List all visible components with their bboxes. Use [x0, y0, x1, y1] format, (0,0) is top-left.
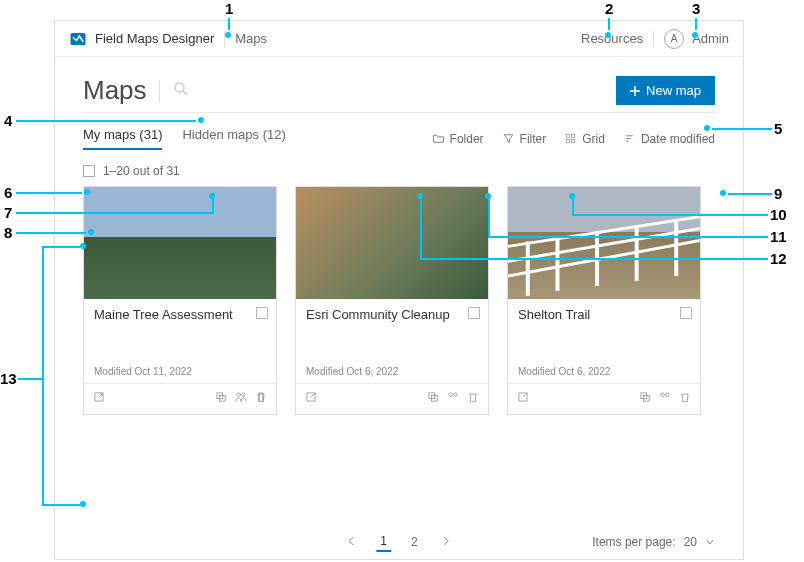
- svg-rect-4: [572, 134, 575, 137]
- delete-button[interactable]: [678, 390, 692, 408]
- annotation-1: 1: [225, 0, 233, 17]
- ipp-label: Items per page:: [592, 535, 675, 549]
- copy-icon: [214, 390, 228, 404]
- pagination: 1 2 Items per page: 20: [55, 525, 743, 559]
- tabs-row: My maps (31) Hidden maps (12) Folder Fil…: [55, 113, 743, 150]
- svg-line-2: [183, 91, 187, 95]
- grid-tool[interactable]: Grid: [564, 132, 605, 146]
- tab-my-maps[interactable]: My maps (31): [83, 127, 162, 150]
- brand-label: Field Maps Designer: [95, 31, 214, 46]
- annotation-13: 13: [0, 370, 17, 387]
- card-modified: Modified Oct 11, 2022: [94, 366, 266, 377]
- svg-point-10: [242, 393, 246, 397]
- people-icon: [658, 390, 672, 404]
- folder-tool[interactable]: Folder: [432, 132, 484, 146]
- avatar[interactable]: A: [664, 29, 684, 49]
- brand[interactable]: Field Maps Designer: [69, 30, 214, 48]
- next-page-button[interactable]: [438, 533, 456, 551]
- chevron-down-icon: [705, 537, 715, 547]
- svg-point-17: [661, 393, 665, 397]
- annotation-5: 5: [774, 120, 782, 137]
- annotation-11: 11: [770, 228, 787, 245]
- share-button[interactable]: [658, 390, 672, 408]
- annotation-4: 4: [4, 112, 12, 129]
- filter-label: Filter: [520, 132, 547, 146]
- tab-hidden-maps[interactable]: Hidden maps (12): [182, 127, 285, 150]
- header-right: Resources A Admin: [581, 29, 729, 49]
- annotation-12: 12: [770, 250, 787, 267]
- open-button[interactable]: [516, 390, 530, 408]
- copy-button[interactable]: [214, 390, 228, 408]
- annotation-8: 8: [4, 224, 12, 241]
- card-title: Maine Tree Assessment: [94, 307, 266, 322]
- search-button[interactable]: [172, 80, 190, 102]
- map-card[interactable]: Maine Tree Assessment Modified Oct 11, 2…: [83, 186, 277, 415]
- card-thumbnail: [296, 187, 488, 299]
- ipp-value: 20: [684, 535, 697, 549]
- separator: [653, 31, 654, 47]
- select-all-checkbox[interactable]: [83, 165, 95, 177]
- page-2[interactable]: 2: [407, 533, 422, 551]
- prev-page-button[interactable]: [342, 533, 360, 551]
- plus-icon: [630, 86, 640, 96]
- resources-link[interactable]: Resources: [581, 31, 643, 46]
- chevron-right-icon: [442, 536, 452, 546]
- svg-rect-16: [643, 395, 649, 401]
- delete-button[interactable]: [254, 390, 268, 408]
- annotation-3: 3: [692, 0, 700, 17]
- card-checkbox[interactable]: [468, 307, 480, 319]
- page-1[interactable]: 1: [376, 532, 391, 552]
- map-card[interactable]: Shelton Trail Modified Oct 6, 2022: [507, 186, 701, 415]
- svg-rect-7: [217, 393, 223, 399]
- svg-rect-5: [566, 140, 569, 143]
- open-icon: [516, 390, 530, 404]
- svg-point-14: [454, 393, 458, 397]
- map-card[interactable]: Esri Community Cleanup Modified Oct 6, 2…: [295, 186, 489, 415]
- header-maps-link[interactable]: Maps: [235, 31, 267, 46]
- share-button[interactable]: [446, 390, 460, 408]
- count-text: 1–20 out of 31: [103, 164, 180, 178]
- app-panel: Field Maps Designer Maps Resources A Adm…: [54, 20, 744, 560]
- open-icon: [304, 390, 318, 404]
- sort-icon: [623, 132, 636, 145]
- card-footer: [296, 383, 488, 414]
- share-button[interactable]: [234, 390, 248, 408]
- card-title: Shelton Trail: [518, 307, 690, 322]
- items-per-page[interactable]: Items per page: 20: [592, 535, 715, 549]
- card-checkbox[interactable]: [680, 307, 692, 319]
- copy-button[interactable]: [638, 390, 652, 408]
- delete-button[interactable]: [466, 390, 480, 408]
- copy-icon: [638, 390, 652, 404]
- card-footer: [84, 383, 276, 414]
- chevron-left-icon: [346, 536, 356, 546]
- filter-tool[interactable]: Filter: [502, 132, 547, 146]
- sort-tool[interactable]: Date modified: [623, 132, 715, 146]
- people-icon: [446, 390, 460, 404]
- annotation-2: 2: [605, 0, 613, 17]
- copy-icon: [426, 390, 440, 404]
- svg-point-1: [175, 83, 184, 92]
- new-map-button[interactable]: New map: [616, 76, 715, 105]
- avatar-initial: A: [671, 33, 678, 44]
- page-list: 1 2: [342, 532, 455, 552]
- card-checkbox[interactable]: [256, 307, 268, 319]
- count-row: 1–20 out of 31: [55, 150, 743, 186]
- card-title: Esri Community Cleanup: [306, 307, 478, 322]
- trash-icon: [466, 390, 480, 404]
- page-title: Maps: [83, 75, 147, 106]
- new-map-label: New map: [646, 83, 701, 98]
- svg-rect-8: [219, 395, 225, 401]
- copy-button[interactable]: [426, 390, 440, 408]
- svg-rect-12: [431, 395, 437, 401]
- grid-label: Grid: [582, 132, 605, 146]
- open-icon: [92, 390, 106, 404]
- open-button[interactable]: [92, 390, 106, 408]
- brand-logo-icon: [69, 30, 87, 48]
- fence-graphic: [508, 187, 700, 298]
- svg-rect-6: [572, 140, 575, 143]
- open-button[interactable]: [304, 390, 318, 408]
- svg-rect-11: [429, 393, 435, 399]
- svg-point-18: [666, 393, 670, 397]
- title-row: Maps New map: [55, 57, 743, 112]
- svg-rect-15: [641, 393, 647, 399]
